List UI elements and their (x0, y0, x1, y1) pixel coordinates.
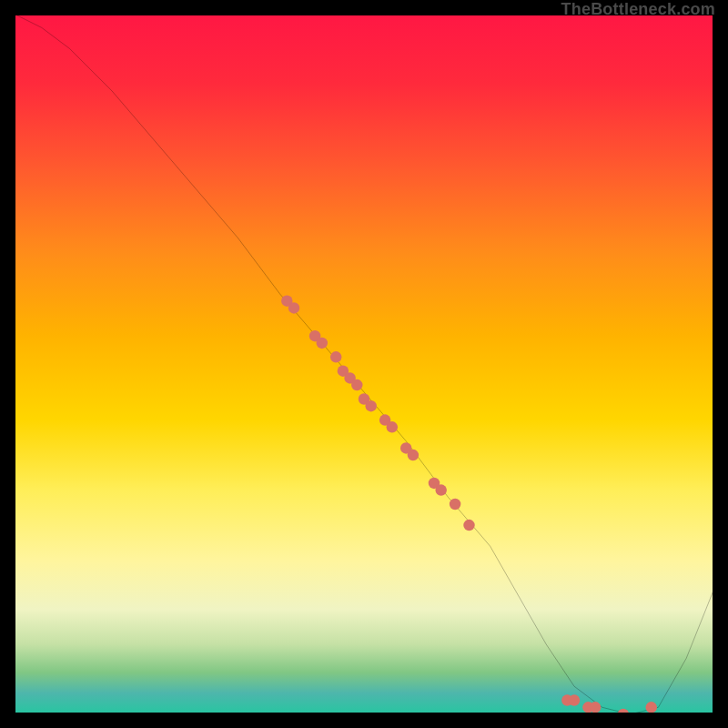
plot-gradient-background (14, 14, 714, 714)
watermark-text: TheBottleneck.com (561, 0, 715, 19)
